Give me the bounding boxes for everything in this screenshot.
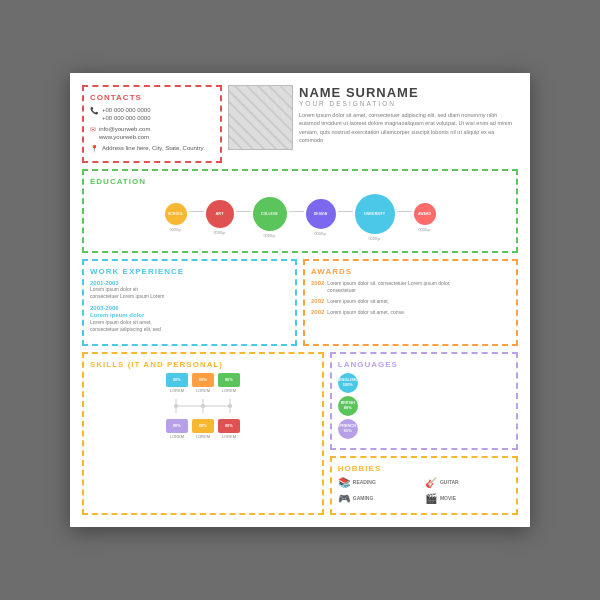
work-experience-box: WORK EXPERIENCE 2001-2003 Lorem ipsum do… [82, 259, 297, 346]
award-year-3: 2002 [311, 309, 324, 316]
photo-placeholder [228, 85, 293, 150]
hobby-gaming: 🎮 GAMING [338, 493, 423, 504]
skill-label-3: LOREM [222, 388, 236, 393]
skill-lorem4: 00% LOREM [166, 419, 188, 439]
skill-box-5: 00% [192, 419, 214, 433]
design-bubble: DESIGN [306, 199, 336, 229]
skill-label-1: LOREM [170, 388, 184, 393]
edu-award: AWARD 0000yr [414, 203, 436, 232]
skills-grid: 00% LOREM 00% LOREM 00% LOREM [90, 373, 316, 439]
hobbies-title: HOBBIES [338, 464, 510, 473]
bio-text: Lorem ipsum dolor sit amet, consectetuer… [299, 111, 518, 144]
reading-icon: 📚 [338, 477, 350, 488]
college-bubble: COLLEGE [253, 197, 287, 231]
skill-label-6: LOREM [222, 434, 236, 439]
uni-year: 0000yr [368, 236, 380, 241]
reading-label: READING [353, 479, 376, 485]
lang-circle-english: ENGLISH100% [338, 373, 358, 393]
hobbies-grid: 📚 READING 🎸 GUITAR 🎮 GAMING 🎬 MOVIE [338, 477, 510, 507]
hobby-guitar: 🎸 GUITAR [425, 477, 510, 488]
email-icon: ✉ [90, 126, 96, 134]
skill-lorem5: 00% LOREM [192, 419, 214, 439]
middle-row: WORK EXPERIENCE 2001-2003 Lorem ipsum do… [82, 259, 518, 346]
top-section: CONTACTS 📞 +00 000 000 0000 +00 000 000 … [82, 85, 518, 163]
work-desc-2: Lorem ipsum dolor [90, 311, 289, 319]
work-item-1: 2001-2003 Lorem ipsum dolor sitconsectet… [90, 280, 289, 300]
languages-title: LANGUAGES [338, 360, 510, 369]
lang-circle-british: BRITISH80% [338, 396, 358, 416]
phone-icon: 📞 [90, 107, 99, 115]
award-item-1: 2002 Lorem ipsum dolor sit. consectetuer… [311, 280, 510, 294]
award-year-1: 2002 [311, 280, 324, 294]
skill-box-3: 00% [218, 373, 240, 387]
contacts-title: CONTACTS [90, 93, 214, 102]
awards-box: AWARDS 2002 Lorem ipsum dolor sit. conse… [303, 259, 518, 346]
movie-label: MOVIE [440, 495, 456, 501]
resume-paper: CONTACTS 📞 +00 000 000 0000 +00 000 000 … [70, 73, 530, 527]
phone1-text: +00 000 000 0000 [102, 106, 151, 114]
languages-box: LANGUAGES ENGLISH100% BRITISH80% FRENCH6… [330, 352, 518, 450]
contacts-box: CONTACTS 📞 +00 000 000 0000 +00 000 000 … [82, 85, 222, 163]
skill-box-6: 00% [218, 419, 240, 433]
svg-point-5 [201, 404, 205, 408]
lang-circle-french: FRENCH65% [338, 419, 358, 439]
edu-university: UNIVERSITY 0000yr [355, 194, 395, 241]
awards-title: AWARDS [311, 267, 510, 276]
designation-text: YOUR DESIGNATION [299, 100, 518, 107]
award-item-3: 2002 Lorem ipsum dolor sit amet, conse. [311, 309, 510, 316]
work-title: WORK EXPERIENCE [90, 267, 289, 276]
movie-icon: 🎬 [425, 493, 437, 504]
education-title: EDUCATION [90, 177, 510, 186]
school-year: 0000yr [169, 227, 181, 232]
address-item: 📍 Address line here, City, State, Countr… [90, 144, 214, 153]
phone2-text: +00 000 000 0000 [102, 114, 151, 122]
address-text: Address line here, City, State, Country. [102, 144, 205, 152]
design-year: 0000yr [314, 231, 326, 236]
work-desc-1: Lorem ipsum dolor sitconsectetuer Lorem … [90, 286, 289, 300]
guitar-icon: 🎸 [425, 477, 437, 488]
skills-connector-svg [163, 397, 243, 415]
lang-hobbies-col: LANGUAGES ENGLISH100% BRITISH80% FRENCH6… [330, 352, 518, 515]
connector3 [289, 211, 304, 212]
hobby-movie: 🎬 MOVIE [425, 493, 510, 504]
edu-college: COLLEGE 0000yr [253, 197, 287, 238]
education-box: EDUCATION SCHOOL 0000yr ART 0000yr COLLE… [82, 169, 518, 253]
skill-box-2: 00% [192, 373, 214, 387]
award-item-2: 2002 Lorem ipsum dolor sit amet, [311, 298, 510, 305]
connector2 [236, 211, 251, 212]
skill-box-4: 00% [166, 419, 188, 433]
hobby-reading: 📚 READING [338, 477, 423, 488]
website-text: www.yourweb.com [99, 133, 150, 141]
lang-english: ENGLISH100% [338, 373, 510, 393]
connector4 [338, 211, 353, 212]
name-text: NAME SURNAME [299, 85, 518, 100]
skill-label-2: LOREM [196, 388, 210, 393]
connector1 [189, 211, 204, 212]
college-year: 0000yr [263, 233, 275, 238]
award-desc-1: Lorem ipsum dolor sit. consectetuer Lore… [327, 280, 450, 294]
education-timeline: SCHOOL 0000yr ART 0000yr COLLEGE 0000yr [90, 190, 510, 245]
uni-bubble: UNIVERSITY [355, 194, 395, 234]
skills-box: SKILLS (IT AND PERSONAL) 00% LOREM 00% L… [82, 352, 324, 515]
guitar-label: GUITAR [440, 479, 459, 485]
award-desc-3: Lorem ipsum dolor sit amet, conse. [327, 309, 405, 316]
edu-art: ART 0000yr [206, 200, 234, 235]
phone1-item: 📞 +00 000 000 0000 +00 000 000 0000 [90, 106, 214, 123]
skills-title: SKILLS (IT AND PERSONAL) [90, 360, 316, 369]
skill-lorem3: 00% LOREM [218, 373, 240, 393]
edu-school: SCHOOL 0000yr [165, 203, 187, 232]
art-year: 0000yr [213, 230, 225, 235]
name-photo-section: NAME SURNAME YOUR DESIGNATION Lorem ipsu… [228, 85, 518, 163]
work-desc-2b: Lorem ipsum dolor sit amet,consectetuer … [90, 319, 289, 333]
skills-row-2: 00% LOREM 00% LOREM 00% LOREM [90, 419, 316, 439]
skill-label-5: LOREM [196, 434, 210, 439]
gaming-label: GAMING [353, 495, 374, 501]
skill-lorem6: 00% LOREM [218, 419, 240, 439]
skill-label-4: LOREM [170, 434, 184, 439]
email-text: info@yourweb.com [99, 125, 150, 133]
work-item-2: 2003-2006 Lorem ipsum dolor Lorem ipsum … [90, 305, 289, 333]
school-bubble: SCHOOL [165, 203, 187, 225]
gaming-icon: 🎮 [338, 493, 350, 504]
location-icon: 📍 [90, 145, 99, 153]
lang-french: FRENCH65% [338, 419, 510, 439]
